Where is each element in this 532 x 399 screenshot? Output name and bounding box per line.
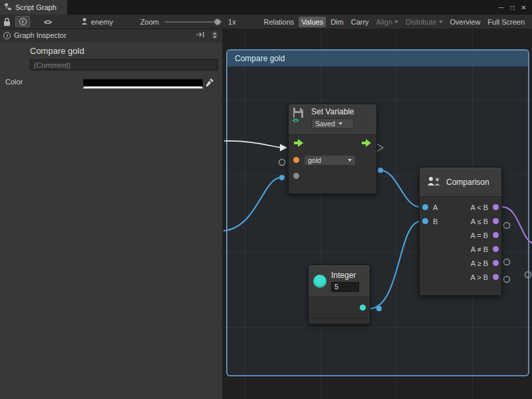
output-label: A > B xyxy=(470,273,488,281)
variable-name-row: gold xyxy=(289,152,376,168)
variable-kind-value: Saved xyxy=(315,120,335,128)
zoom-slider[interactable] xyxy=(165,17,222,27)
graph-inspector-header: i Graph Inspector xyxy=(0,29,222,42)
node-title: Integer xyxy=(331,271,359,280)
lock-icon[interactable] xyxy=(3,17,11,27)
info-icon: i xyxy=(3,32,11,39)
output-label: A ≠ B xyxy=(471,245,488,253)
node-integer[interactable]: Integer 5 xyxy=(308,265,370,325)
output-a-lte-b-port[interactable] xyxy=(493,218,499,224)
comparison-row: A > B xyxy=(420,270,501,284)
set-variable-header[interactable]: <> Set Variable Saved xyxy=(289,104,376,135)
save-variable-icon: <> xyxy=(293,107,307,132)
zoom-label: Zoom xyxy=(140,18,159,26)
comment-input[interactable] xyxy=(30,59,218,70)
color-field-label: Color xyxy=(5,78,23,86)
graph-name-label: enemy xyxy=(91,18,113,26)
color-swatch[interactable] xyxy=(83,79,203,88)
integer-output-port[interactable] xyxy=(360,305,366,311)
graph-toolbar: i <> enemy Zoom 1x Relations Values Dim … xyxy=(0,15,532,29)
integer-header[interactable]: Integer 5 xyxy=(309,265,370,297)
chevron-down-icon xyxy=(394,21,398,23)
output-a-greater-b-port[interactable] xyxy=(493,274,499,280)
align-button[interactable]: Align xyxy=(374,17,401,27)
code-view-icon[interactable]: <> xyxy=(44,18,51,26)
code-badge-icon: <> xyxy=(293,117,299,124)
output-label: A < B xyxy=(470,203,488,211)
scroll-arrows[interactable] xyxy=(211,31,219,40)
relations-label: Relations xyxy=(263,18,294,26)
comparison-row: A ≠ B xyxy=(420,242,501,256)
integer-body xyxy=(309,297,370,319)
scroll-down-icon[interactable] xyxy=(213,36,217,39)
variable-select-value: gold xyxy=(308,156,321,164)
distribute-label: Distribute xyxy=(406,18,436,26)
align-label: Align xyxy=(376,18,392,26)
dock-panel-icon[interactable] xyxy=(196,31,205,39)
output-label: A ≤ B xyxy=(471,217,488,225)
values-button[interactable]: Values xyxy=(299,17,326,27)
comparison-ports: A A < B B A ≤ B A = B A ≠ B A ≥ B A > B xyxy=(420,197,501,284)
node-title: Comparison xyxy=(446,178,489,187)
fullscreen-button[interactable]: Full Screen xyxy=(485,17,527,27)
graph-canvas[interactable]: Compare gold <> xyxy=(223,29,532,399)
node-set-variable[interactable]: <> Set Variable Saved xyxy=(288,104,377,194)
overview-label: Overview xyxy=(450,18,481,26)
comparison-header[interactable]: Comparison xyxy=(420,168,501,197)
node-comparison[interactable]: Comparison A A < B B A ≤ B A = B A ≠ B xyxy=(419,167,502,296)
output-a-eq-b-port[interactable] xyxy=(493,232,499,238)
title-bar: Script Graph ─ □ ✕ xyxy=(0,0,532,15)
carry-button[interactable]: Carry xyxy=(348,17,372,27)
input-a-port[interactable] xyxy=(422,204,428,210)
flow-ports-row xyxy=(289,135,376,152)
dim-label: Dim xyxy=(331,18,344,26)
overview-button[interactable]: Overview xyxy=(448,17,483,27)
minimize-button[interactable]: ─ xyxy=(495,4,507,11)
output-a-neq-b-port[interactable] xyxy=(493,246,499,252)
integer-icon xyxy=(313,275,327,288)
graph-owner-icon xyxy=(81,17,88,27)
tab-script-graph[interactable]: Script Graph xyxy=(0,0,67,15)
group-box-title: Compare gold xyxy=(235,54,285,63)
window-controls: ─ □ ✕ xyxy=(495,0,532,15)
group-box-header[interactable]: Compare gold xyxy=(227,51,528,66)
chevron-down-icon xyxy=(439,21,443,23)
output-a-less-b-port[interactable] xyxy=(493,204,499,210)
info-icon: i xyxy=(19,18,27,25)
graph-name: enemy xyxy=(81,17,113,27)
zoom-value: 1x xyxy=(228,18,236,26)
graph-inspector-title: Graph Inspector xyxy=(14,31,66,39)
relations-button[interactable]: Relations xyxy=(261,17,297,27)
scroll-up-icon[interactable] xyxy=(213,32,217,35)
toolbar-buttons: Relations Values Dim Carry Align Distrib… xyxy=(261,17,529,27)
flow-output-port[interactable] xyxy=(361,139,372,148)
eyedropper-icon[interactable] xyxy=(205,78,214,88)
integer-value-field[interactable]: 5 xyxy=(331,282,359,292)
zoom-slider-handle[interactable] xyxy=(214,19,221,25)
variable-kind-dropdown[interactable]: Saved xyxy=(311,118,354,129)
close-button[interactable]: ✕ xyxy=(518,4,529,11)
info-button[interactable]: i xyxy=(15,16,30,27)
value-input-row xyxy=(289,168,376,183)
flow-input-port[interactable] xyxy=(293,139,304,148)
input-a-label: A xyxy=(433,203,438,211)
comparison-row: B A ≤ B xyxy=(420,214,501,228)
carry-label: Carry xyxy=(351,18,369,26)
comparison-row: A = B xyxy=(420,228,501,242)
graph-title: Compare gold xyxy=(30,46,84,56)
comparison-row: A ≥ B xyxy=(420,256,501,270)
chevron-down-icon xyxy=(348,159,352,162)
distribute-button[interactable]: Distribute xyxy=(403,17,445,27)
input-b-port[interactable] xyxy=(422,218,428,224)
variable-name-port[interactable] xyxy=(293,157,299,163)
maximize-button[interactable]: □ xyxy=(507,4,518,11)
output-a-gte-b-port[interactable] xyxy=(493,260,499,266)
chevron-down-icon xyxy=(338,122,342,125)
variable-select-dropdown[interactable]: gold xyxy=(304,155,356,166)
output-label: A ≥ B xyxy=(471,259,488,267)
script-graph-icon xyxy=(4,3,12,12)
graph-inspector-panel: i Graph Inspector Compare gold Color xyxy=(0,29,223,399)
value-input-port[interactable] xyxy=(293,173,299,179)
comparison-icon xyxy=(426,176,441,188)
dim-button[interactable]: Dim xyxy=(328,17,346,27)
